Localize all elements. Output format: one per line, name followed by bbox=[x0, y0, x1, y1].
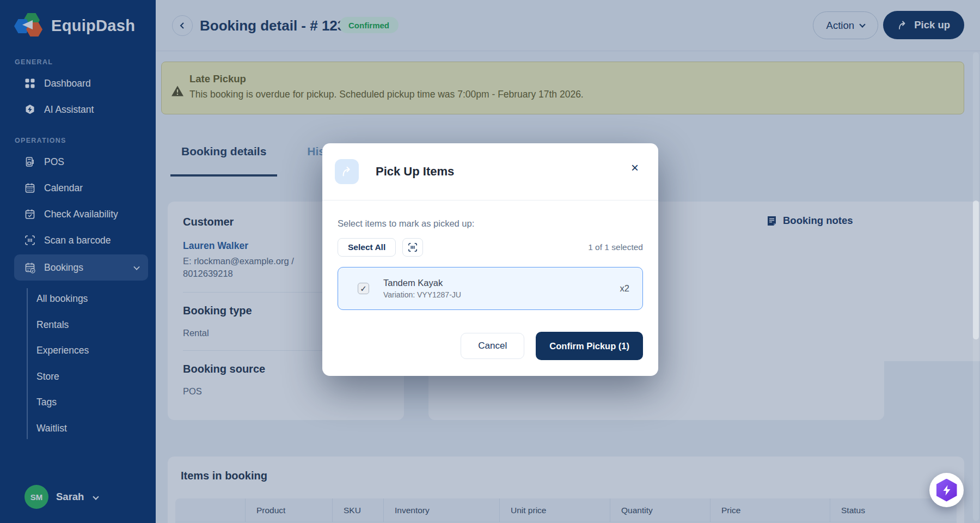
item-variation: Variation: VYY1287-JU bbox=[383, 290, 461, 299]
item-checkbox[interactable] bbox=[358, 283, 369, 294]
modal-header: Pick Up Items × bbox=[322, 143, 658, 200]
pickup-items-modal: Pick Up Items × Select items to mark as … bbox=[322, 143, 658, 376]
scan-barcode-button[interactable] bbox=[402, 238, 423, 257]
item-name: Tandem Kayak bbox=[383, 278, 461, 288]
modal-subtitle: Select items to mark as picked up: bbox=[338, 218, 643, 229]
cancel-button[interactable]: Cancel bbox=[461, 333, 524, 359]
pickup-arrow-icon bbox=[341, 166, 353, 178]
select-all-button[interactable]: Select All bbox=[338, 238, 396, 257]
lightning-icon bbox=[942, 485, 951, 496]
hexagon-icon bbox=[936, 479, 957, 502]
barcode-scan-icon bbox=[408, 242, 418, 252]
item-quantity: x2 bbox=[620, 283, 629, 294]
modal-title: Pick Up Items bbox=[376, 165, 454, 179]
close-icon[interactable]: × bbox=[631, 161, 639, 174]
pickup-modal-icon bbox=[335, 159, 359, 184]
assistant-fab[interactable] bbox=[929, 473, 964, 507]
confirm-pickup-button[interactable]: Confirm Pickup (1) bbox=[536, 332, 643, 360]
page-scrollbar-thumb[interactable] bbox=[973, 200, 979, 339]
selection-status: 1 of 1 selected bbox=[588, 242, 643, 252]
pickup-item-row[interactable]: Tandem Kayak Variation: VYY1287-JU x2 bbox=[338, 267, 643, 310]
